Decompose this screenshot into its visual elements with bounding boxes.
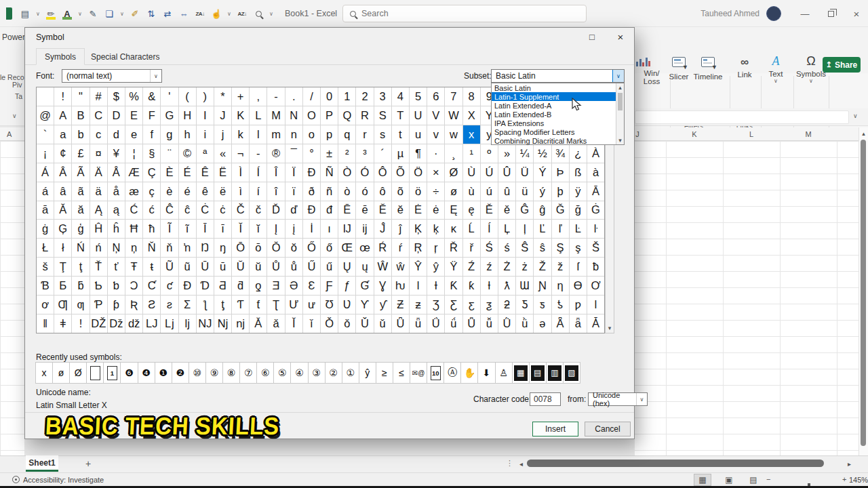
symbol-cell[interactable]: Ǚ (463, 314, 481, 333)
formula-input[interactable] (635, 110, 849, 124)
symbol-cell[interactable]: ƈ (161, 277, 178, 296)
symbol-cell[interactable]: ļ (516, 220, 534, 239)
sort-az-icon[interactable]: AZ↓ (235, 5, 250, 22)
dialog-close-button[interactable]: × (614, 30, 627, 43)
symbol-cell[interactable]: Ʈ (267, 296, 285, 314)
symbol-cell[interactable]: ĝ (534, 201, 551, 220)
symbol-cell[interactable]: Ĵ (374, 220, 392, 239)
symbol-cell[interactable]: Ó (356, 163, 374, 182)
move-cells-icon[interactable]: ⇄ (160, 5, 175, 22)
symbol-cell[interactable]: Ą (90, 201, 108, 220)
symbol-cell[interactable]: ť (108, 258, 125, 277)
symbol-cell[interactable]: ş (570, 239, 587, 258)
symbol-cell[interactable]: ƶ (410, 296, 427, 314)
symbol-cell[interactable]: a (54, 125, 72, 144)
symbol-cell[interactable]: Ċ (197, 201, 214, 220)
symbol-cell[interactable]: Ġ (587, 201, 605, 220)
format-painter-icon[interactable]: ✐ (127, 5, 142, 22)
dialog-maximize-button[interactable]: □ (585, 30, 599, 43)
symbol-cell[interactable]: š (37, 258, 54, 277)
symbol-cell[interactable]: Ŕ (374, 239, 392, 258)
symbol-cell[interactable]: ǌ (232, 314, 250, 333)
symbol-cell[interactable]: w (445, 125, 462, 144)
symbol-cell[interactable]: ĥ (108, 220, 125, 239)
symbol-cell[interactable]: ǋ (214, 314, 232, 333)
ribbon-tab-power-pivot[interactable]: Power (2, 33, 25, 42)
symbol-cell[interactable]: ƌ (232, 277, 250, 296)
recent-symbol-cell[interactable]: ⑩ (189, 362, 206, 384)
symbol-cell[interactable]: Ü (516, 163, 534, 182)
symbol-cell[interactable]: Â (54, 163, 72, 182)
symbol-cell[interactable]: Ĥ (90, 220, 108, 239)
symbol-cell[interactable]: Ƒ (321, 277, 338, 296)
symbol-cell[interactable]: Ɓ (37, 277, 54, 296)
symbol-cell[interactable]: Ĝ (516, 201, 534, 220)
symbol-cell[interactable]: / (303, 87, 321, 106)
recent-symbol-cell[interactable] (86, 362, 104, 384)
symbol-cell[interactable]: Ð (303, 163, 321, 182)
symbol-cell[interactable]: ŧ (143, 258, 161, 277)
symbol-cell[interactable]: Ĕ (374, 201, 392, 220)
symbol-cell[interactable]: ƫ (214, 296, 232, 314)
briefcase-icon[interactable]: ▤ (18, 5, 33, 22)
avatar[interactable] (766, 6, 781, 21)
symbol-cell[interactable]: ǐ (303, 314, 321, 333)
symbol-cell[interactable]: ĵ (392, 220, 410, 239)
symbol-cell[interactable]: Ǖ (392, 314, 410, 333)
chevron-down-icon[interactable]: ∨ (225, 5, 233, 22)
recent-symbol-cell[interactable]: ▤ (529, 362, 547, 384)
symbol-cell[interactable]: Ɩ (410, 277, 427, 296)
symbol-cell[interactable]: ķ (427, 220, 445, 239)
symbol-cell[interactable]: Ć (125, 201, 143, 220)
symbol-cell[interactable]: ƅ (108, 277, 125, 296)
symbol-cell[interactable]: ¨ (161, 144, 178, 163)
recent-symbol-cell[interactable]: ▦ (512, 362, 530, 384)
touch-pointer-icon[interactable]: ☝ (209, 5, 224, 22)
tab-symbols[interactable]: Symbols (36, 48, 85, 65)
page-break-view-button[interactable]: ▤ (745, 474, 762, 486)
symbol-cell[interactable]: Ă (54, 201, 72, 220)
symbol-cell[interactable]: Ǜ (498, 314, 516, 333)
symbol-cell[interactable]: ƛ (498, 277, 516, 296)
symbol-cell[interactable]: ± (321, 144, 338, 163)
symbol-cell[interactable]: í (250, 182, 267, 201)
symbol-cell[interactable]: ơ (37, 296, 54, 314)
symbol-cell[interactable]: ê (197, 182, 214, 201)
symbol-cell[interactable]: Ƈ (143, 277, 161, 296)
symbol-cell[interactable]: ň (161, 239, 178, 258)
recent-symbol-cell[interactable]: ⑨ (205, 362, 223, 384)
symbol-cell[interactable]: ` (37, 125, 54, 144)
symbol-cell[interactable]: ¾ (552, 144, 570, 163)
symbol-cell[interactable]: Ɛ (303, 277, 321, 296)
symbol-cell[interactable]: Đ (303, 201, 321, 220)
symbol-cell[interactable]: Ŧ (125, 258, 143, 277)
symbol-cell[interactable]: Ç (143, 163, 161, 182)
recent-symbol-cell[interactable]: ⑧ (222, 362, 240, 384)
recent-symbol-cell[interactable]: ♙ (495, 362, 513, 384)
symbol-cell[interactable]: v (427, 125, 445, 144)
symbol-cell[interactable]: ƃ (72, 277, 90, 296)
symbol-cell[interactable]: © (179, 144, 197, 163)
font-dropdown[interactable]: (normal text) ∨ (62, 69, 162, 83)
chevron-down-icon[interactable]: ∨ (76, 5, 84, 22)
symbol-cell[interactable]: ® (267, 144, 285, 163)
recent-symbol-cell[interactable]: ❹ (138, 362, 155, 384)
symbol-cell[interactable]: ǔ (374, 314, 392, 333)
symbol-cell[interactable]: ũ (179, 258, 197, 277)
symbol-cell[interactable]: É (179, 163, 197, 182)
symbol-cell[interactable]: m (267, 125, 285, 144)
recent-symbol-cell[interactable]: ≤ (393, 362, 410, 384)
symbol-cell[interactable]: Ʀ (125, 296, 143, 314)
column-header-l[interactable]: L (723, 130, 780, 138)
symbol-cell[interactable]: # (90, 87, 108, 106)
symbol-cell[interactable]: c (90, 125, 108, 144)
symbol-cell[interactable]: Ê (197, 163, 214, 182)
symbol-cell[interactable]: U (410, 106, 427, 125)
symbol-cell[interactable]: ³ (356, 144, 374, 163)
symbol-cell[interactable]: L (250, 106, 267, 125)
symbol-cell[interactable]: Ñ (321, 163, 338, 182)
symbol-cell[interactable]: ñ (321, 182, 338, 201)
symbol-cell[interactable]: q (338, 125, 356, 144)
symbol-cell[interactable]: " (72, 87, 90, 106)
symbol-cell[interactable]: ħ (143, 220, 161, 239)
